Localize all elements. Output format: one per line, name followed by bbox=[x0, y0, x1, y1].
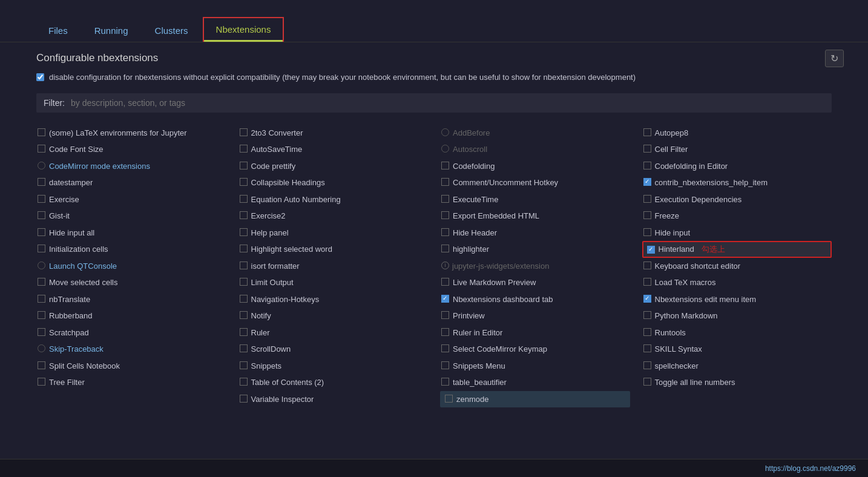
list-item[interactable]: (some) LaTeX environments for Jupyter bbox=[36, 125, 226, 142]
list-item[interactable]: Tree Filter bbox=[36, 374, 226, 391]
checkbox-unchecked bbox=[240, 328, 248, 336]
checkbox-unchecked bbox=[240, 245, 248, 252]
ext-label: Execution Dependencies bbox=[655, 194, 742, 206]
list-item[interactable]: Hide input all bbox=[36, 225, 226, 242]
list-item-hinterland[interactable]: Hinterland 勾选上 bbox=[642, 241, 832, 258]
list-item[interactable]: Nbextensions edit menu item bbox=[642, 291, 832, 308]
list-item[interactable]: Hide Header bbox=[440, 225, 630, 242]
list-item[interactable]: Split Cells Notebook bbox=[36, 358, 226, 375]
list-item[interactable]: Navigation-Hotkeys bbox=[238, 291, 429, 308]
ext-label: Ruler in Editor bbox=[453, 327, 502, 339]
list-item[interactable]: Collapsible Headings bbox=[238, 174, 429, 191]
list-item[interactable]: ScrollDown bbox=[238, 341, 429, 358]
list-item[interactable]: Gist-it bbox=[36, 208, 226, 225]
list-item[interactable]: Printview bbox=[440, 308, 630, 324]
list-item[interactable]: Snippets bbox=[238, 358, 429, 375]
list-item[interactable]: spellchecker bbox=[642, 358, 832, 375]
checkbox-disabled bbox=[38, 262, 45, 269]
checkbox-unchecked bbox=[240, 128, 248, 136]
list-item[interactable]: Equation Auto Numbering bbox=[238, 191, 429, 208]
list-item[interactable]: Ruler in Editor bbox=[440, 324, 630, 341]
list-item[interactable]: Initialization cells bbox=[36, 241, 226, 258]
tab-nbextensions[interactable]: Nbextensions bbox=[203, 17, 284, 42]
list-item[interactable]: Toggle all line numbers bbox=[642, 374, 832, 391]
ext-label: Code prettify bbox=[251, 160, 296, 173]
list-item[interactable]: Code Font Size bbox=[36, 141, 226, 158]
ext-label: Ruler bbox=[251, 327, 270, 339]
ext-label: CodeMirror mode extensions bbox=[49, 160, 150, 173]
list-item[interactable]: Keyboard shortcut editor bbox=[642, 258, 832, 275]
list-item[interactable]: highlighter bbox=[440, 241, 630, 258]
ext-label: Exercise bbox=[49, 194, 79, 206]
filter-input[interactable] bbox=[71, 98, 824, 108]
checkbox-unchecked bbox=[240, 178, 248, 186]
list-item[interactable]: Limit Output bbox=[238, 274, 429, 291]
compat-checkbox[interactable] bbox=[36, 73, 44, 81]
list-item[interactable]: contrib_nbextensions_help_item bbox=[642, 174, 832, 191]
tab-running[interactable]: Running bbox=[82, 19, 140, 42]
list-item[interactable]: Variable Inspector bbox=[238, 391, 429, 408]
list-item[interactable]: Load TeX macros bbox=[642, 274, 832, 291]
list-item[interactable]: Table of Contents (2) bbox=[238, 374, 429, 391]
ext-label-hinterland: Hinterland bbox=[659, 243, 694, 255]
list-item[interactable]: Notify bbox=[238, 308, 429, 324]
compat-row: disable configuration for nbextensions w… bbox=[36, 71, 832, 84]
list-item[interactable]: Highlight selected word bbox=[238, 241, 429, 258]
checkbox-unchecked bbox=[240, 378, 248, 386]
list-item[interactable]: Skip-Traceback bbox=[36, 341, 226, 358]
refresh-button[interactable]: ↻ bbox=[825, 50, 844, 67]
list-item[interactable]: Autoscroll bbox=[440, 141, 630, 158]
list-item[interactable]: Execution Dependencies bbox=[642, 191, 832, 208]
list-item[interactable]: Scratchpad bbox=[36, 324, 226, 341]
list-item[interactable]: Comment/Uncomment Hotkey bbox=[440, 174, 630, 191]
checkbox-unchecked bbox=[240, 361, 248, 369]
list-item[interactable]: table_beautifier bbox=[440, 374, 630, 391]
list-item[interactable]: Hide input bbox=[642, 225, 832, 242]
checkbox-unchecked bbox=[38, 245, 45, 252]
list-item[interactable]: Nbextensions dashboard tab bbox=[440, 291, 630, 308]
list-item[interactable]: Select CodeMirror Keymap bbox=[440, 341, 630, 358]
checkbox-unchecked bbox=[240, 211, 248, 219]
list-item[interactable]: Codefolding bbox=[440, 158, 630, 175]
tab-files[interactable]: Files bbox=[36, 19, 80, 42]
list-item[interactable]: Live Markdown Preview bbox=[440, 274, 630, 291]
checkbox-unchecked bbox=[38, 228, 45, 236]
checkbox-unchecked bbox=[240, 395, 248, 403]
ext-label: Runtools bbox=[655, 327, 686, 339]
list-item[interactable]: Code prettify bbox=[238, 158, 429, 175]
list-item[interactable]: AddBefore bbox=[440, 125, 630, 142]
list-item[interactable]: i jupyter-js-widgets/extension bbox=[440, 258, 630, 275]
list-item[interactable]: Ruler bbox=[238, 324, 429, 341]
list-item[interactable]: Autopep8 bbox=[642, 125, 832, 142]
list-item[interactable]: Exercise2 bbox=[238, 208, 429, 225]
list-item[interactable]: ExecuteTime bbox=[440, 191, 630, 208]
list-item[interactable]: Launch QTConsole bbox=[36, 258, 226, 275]
list-item[interactable]: Cell Filter bbox=[642, 141, 832, 158]
bottom-link[interactable]: https://blog.csdn.net/az9996 bbox=[765, 464, 856, 473]
list-item[interactable]: SKILL Syntax bbox=[642, 341, 832, 358]
list-item[interactable]: Export Embedded HTML bbox=[440, 208, 630, 225]
tab-clusters[interactable]: Clusters bbox=[143, 19, 200, 42]
checkbox-unchecked bbox=[38, 361, 45, 369]
list-item[interactable]: Runtools bbox=[642, 324, 832, 341]
list-item-zenmode[interactable]: zenmode bbox=[440, 391, 630, 408]
list-item[interactable]: isort formatter bbox=[238, 258, 429, 275]
list-item[interactable]: Help panel bbox=[238, 225, 429, 242]
ext-label: zenmode bbox=[456, 393, 488, 406]
list-item[interactable]: CodeMirror mode extensions bbox=[36, 158, 226, 175]
list-item[interactable]: Freeze bbox=[642, 208, 832, 225]
list-item[interactable]: Snippets Menu bbox=[440, 358, 630, 375]
list-item[interactable]: 2to3 Converter bbox=[238, 125, 429, 142]
list-item[interactable]: Rubberband bbox=[36, 308, 226, 324]
ext-label: Limit Output bbox=[251, 277, 294, 289]
list-item[interactable]: datestamper bbox=[36, 174, 226, 191]
ext-label: Skip-Traceback bbox=[49, 343, 104, 355]
list-item[interactable]: nbTranslate bbox=[36, 291, 226, 308]
list-item[interactable]: Exercise bbox=[36, 191, 226, 208]
main-content: Configurable nbextensions disable config… bbox=[0, 42, 868, 419]
list-item[interactable]: Move selected cells bbox=[36, 274, 226, 291]
list-item[interactable]: AutoSaveTime bbox=[238, 141, 429, 158]
checkbox-disabled bbox=[38, 344, 45, 352]
list-item[interactable]: Codefolding in Editor bbox=[642, 158, 832, 175]
list-item[interactable]: Python Markdown bbox=[642, 308, 832, 324]
